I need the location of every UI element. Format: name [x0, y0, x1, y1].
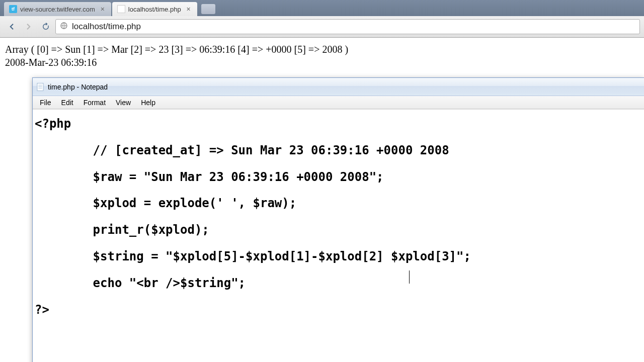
close-icon[interactable]: × [99, 5, 106, 13]
menu-file[interactable]: File [35, 98, 56, 108]
globe-icon [60, 22, 68, 32]
notepad-title: time.php - Notepad [48, 83, 108, 91]
notepad-icon [36, 82, 45, 92]
menu-help[interactable]: Help [136, 98, 160, 108]
url-text: localhost/time.php [72, 22, 141, 32]
favicon-blank-icon [117, 5, 125, 13]
browser-chrome: tf view-source:twitfever.com × localhost… [0, 0, 644, 38]
close-icon[interactable]: × [185, 5, 192, 13]
page-content: Array ( [0] => Sun [1] => Mar [2] => 23 … [0, 38, 644, 74]
tab-strip: tf view-source:twitfever.com × localhost… [0, 0, 644, 16]
url-bar[interactable]: localhost/time.php [55, 19, 640, 34]
text-cursor-icon [409, 270, 410, 284]
tab-localhost[interactable]: localhost/time.php × [112, 2, 197, 16]
menu-view[interactable]: View [111, 98, 136, 108]
favicon-tf-icon: tf [9, 5, 17, 13]
arrow-left-icon [7, 22, 16, 31]
reload-button[interactable] [38, 19, 53, 34]
forward-button[interactable] [21, 19, 36, 34]
menu-format[interactable]: Format [78, 98, 111, 108]
nav-bar: localhost/time.php [0, 16, 644, 37]
tab-twitfever[interactable]: tf view-source:twitfever.com × [4, 2, 111, 16]
notepad-window: time.php - Notepad File Edit Format View… [32, 77, 644, 362]
reload-icon [41, 22, 50, 31]
notepad-titlebar[interactable]: time.php - Notepad [33, 78, 644, 96]
notepad-menubar: File Edit Format View Help [33, 96, 644, 109]
menu-edit[interactable]: Edit [56, 98, 78, 108]
svg-rect-1 [37, 83, 43, 90]
back-button[interactable] [4, 19, 19, 34]
output-line-1: Array ( [0] => Sun [1] => Mar [2] => 23 … [5, 43, 639, 56]
notepad-editor[interactable]: <?php // [created_at] => Sun Mar 23 06:3… [33, 109, 644, 362]
output-line-2: 2008-Mar-23 06:39:16 [5, 56, 639, 69]
code-content: <?php // [created_at] => Sun Mar 23 06:3… [35, 117, 471, 317]
arrow-right-icon [24, 22, 33, 31]
tab-label: view-source:twitfever.com [20, 6, 95, 13]
new-tab-button[interactable] [201, 4, 215, 14]
tab-label: localhost/time.php [128, 6, 181, 13]
